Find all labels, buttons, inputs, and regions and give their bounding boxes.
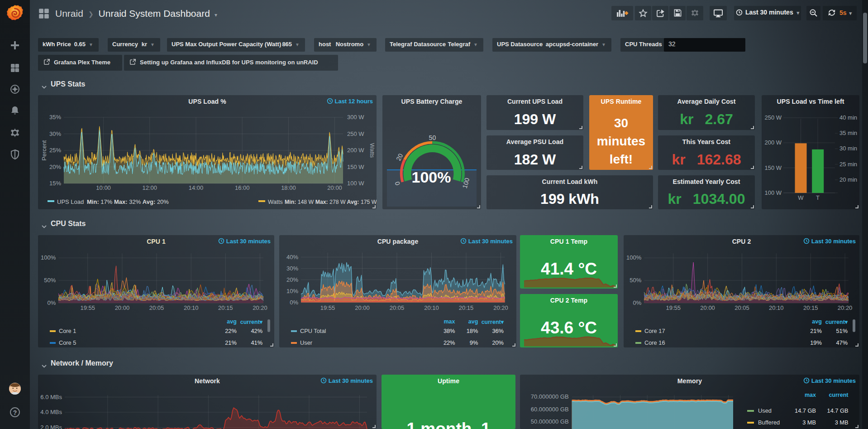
- svg-text:20:10: 20:10: [184, 304, 199, 311]
- svg-text:20:15: 20:15: [218, 304, 233, 311]
- svg-text:2.0 MBs: 2.0 MBs: [40, 424, 62, 429]
- svg-text:20:10: 20:10: [424, 304, 439, 311]
- svg-text:150 W: 150 W: [764, 164, 782, 171]
- svg-text:UPS Load: UPS Load: [57, 198, 84, 205]
- svg-text:16:00: 16:00: [235, 184, 250, 191]
- svg-text:4.0 MBs: 4.0 MBs: [40, 409, 62, 415]
- svg-text:Watts: Watts: [268, 198, 283, 205]
- svg-text:19:55: 19:55: [80, 304, 95, 311]
- svg-text:20:20: 20:20: [253, 304, 267, 311]
- svg-text:0%: 0%: [290, 299, 298, 306]
- svg-text:6.0 MBs: 6.0 MBs: [40, 394, 62, 400]
- svg-text:200 W: 200 W: [347, 147, 364, 154]
- svg-text:250 W: 250 W: [347, 130, 364, 137]
- svg-text:300 W: 300 W: [347, 114, 364, 121]
- svg-text:18:00: 18:00: [281, 184, 296, 191]
- svg-text:50: 50: [429, 134, 436, 141]
- svg-text:Percent: Percent: [41, 140, 48, 160]
- svg-text:10%: 10%: [286, 288, 298, 294]
- svg-text:30%: 30%: [286, 265, 298, 272]
- svg-text:20:05: 20:05: [390, 304, 405, 311]
- svg-text:20:00: 20:00: [700, 304, 715, 311]
- svg-text:35 min: 35 min: [839, 130, 857, 136]
- svg-text:40%: 40%: [286, 254, 298, 260]
- svg-text:20:00: 20:00: [355, 304, 370, 311]
- svg-text:15%: 15%: [49, 180, 61, 187]
- svg-text:250 W: 250 W: [764, 114, 782, 121]
- svg-text:50%: 50%: [44, 277, 56, 284]
- svg-text:100%: 100%: [626, 254, 642, 261]
- svg-text:20:15: 20:15: [459, 304, 474, 311]
- svg-text:20:10: 20:10: [769, 304, 784, 311]
- svg-text:20%: 20%: [49, 164, 61, 170]
- svg-text:100 W: 100 W: [764, 189, 782, 196]
- svg-text:20:20: 20:20: [493, 304, 508, 311]
- svg-text:25%: 25%: [49, 147, 61, 154]
- svg-text:30%: 30%: [49, 130, 61, 137]
- svg-text:200 W: 200 W: [764, 139, 782, 146]
- svg-text:150 W: 150 W: [347, 164, 364, 170]
- svg-text:19:55: 19:55: [666, 304, 681, 311]
- svg-text:20:05: 20:05: [149, 304, 164, 311]
- svg-text:12:00: 12:00: [143, 184, 157, 191]
- svg-text:50%: 50%: [630, 277, 641, 284]
- svg-text:100 W: 100 W: [347, 180, 364, 187]
- svg-text:0%: 0%: [48, 299, 56, 306]
- svg-text:W: W: [798, 194, 804, 201]
- svg-text:100%: 100%: [412, 169, 451, 186]
- svg-text:20 min: 20 min: [839, 176, 857, 183]
- svg-text:40 min: 40 min: [839, 114, 857, 121]
- svg-text:20:05: 20:05: [734, 304, 749, 311]
- svg-text:10:00: 10:00: [96, 184, 111, 191]
- svg-text:100%: 100%: [41, 254, 56, 261]
- svg-text:30 min: 30 min: [839, 145, 857, 152]
- svg-text:19:55: 19:55: [320, 304, 335, 311]
- svg-text:20:00: 20:00: [327, 184, 342, 191]
- svg-text:T: T: [816, 194, 820, 201]
- svg-text:25 min: 25 min: [839, 161, 857, 168]
- svg-text:35%: 35%: [49, 114, 61, 121]
- svg-text:Min: 148 W Max: 278 W Avg: 175: Min: 148 W Max: 278 W Avg: 175 W: [285, 199, 377, 205]
- svg-text:20:00: 20:00: [115, 304, 130, 311]
- svg-text:14:00: 14:00: [189, 184, 204, 191]
- svg-text:20:15: 20:15: [803, 304, 818, 311]
- svg-text:Watts: Watts: [369, 143, 376, 158]
- svg-text:20%: 20%: [286, 276, 298, 283]
- svg-text:0%: 0%: [633, 299, 642, 306]
- svg-text:20:20: 20:20: [838, 304, 853, 311]
- svg-text:Min: 17% Max: 32% Avg: 20%: Min: 17% Max: 32% Avg: 20%: [87, 198, 169, 205]
